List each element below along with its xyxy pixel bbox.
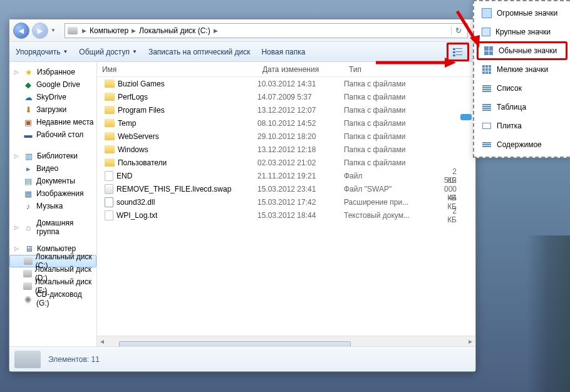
libraries-group[interactable]: ▷▥Библиотеки xyxy=(9,150,96,162)
sidebar-item-recent[interactable]: ▣Недавние места xyxy=(9,116,96,128)
sidebar-item-gdrive[interactable]: ◆Google Drive xyxy=(9,78,96,91)
table-icon xyxy=(482,102,492,112)
sidebar-item-documents[interactable]: ▤Документы xyxy=(9,175,96,187)
file-type-label: Папка с файлами xyxy=(344,132,444,141)
view-small-icons[interactable]: Мелкие значки xyxy=(477,60,567,79)
file-row[interactable]: Пользователи02.03.2012 21:02Папка с файл… xyxy=(97,156,475,169)
content-pane: Имя Дата изменения Тип Buziol Games10.03… xyxy=(97,62,475,346)
scrollbar-thumb[interactable] xyxy=(119,341,351,346)
view-huge-icons[interactable]: Огромные значки xyxy=(477,4,567,23)
file-row[interactable]: WebServers29.10.2012 18:20Папка с файлам… xyxy=(97,130,475,143)
drive-icon xyxy=(24,257,33,265)
file-row[interactable]: Windows13.12.2012 12:18Папка с файлами xyxy=(97,143,475,156)
share-button[interactable]: Общий доступ ▼ xyxy=(79,48,137,56)
navigation-pane[interactable]: ▷★Избранное ◆Google Drive ☁SkyDrive ⬇Заг… xyxy=(9,62,97,346)
svg-marker-7 xyxy=(445,58,456,68)
drive-icon xyxy=(14,351,41,368)
file-row[interactable]: sound32.dll15.03.2012 17:42Расширение пр… xyxy=(97,195,475,209)
svg-line-8 xyxy=(457,11,475,39)
file-name-label: Temp xyxy=(118,119,136,128)
medium-icons-icon xyxy=(484,46,494,56)
view-options-menu: Огромные значки Крупные значки Обычные з… xyxy=(473,0,570,158)
navigation-bar: ◄ ► ▼ ▶ Компьютер ▶ Локальный диск (C:) … xyxy=(9,19,475,42)
file-name-label: Пользователи xyxy=(118,158,167,167)
file-date-label: 08.10.2012 14:52 xyxy=(257,119,344,128)
file-type-label: Текстовый докум... xyxy=(344,211,444,220)
small-icons-icon xyxy=(482,64,492,75)
breadcrumb-computer[interactable]: Компьютер xyxy=(88,26,130,35)
sidebar-item-video[interactable]: ▸Видео xyxy=(9,162,96,175)
file-type-label: Файл "SWAP" xyxy=(344,185,444,193)
file-type-label: Файл xyxy=(344,172,444,180)
view-list[interactable]: Список xyxy=(477,79,567,98)
file-type-label: Папка с файлами xyxy=(344,80,444,88)
file-row[interactable]: Buziol Games10.03.2012 14:31Папка с файл… xyxy=(97,77,475,90)
file-type-label: Папка с файлами xyxy=(344,119,444,128)
sidebar-item-downloads[interactable]: ⬇Загрузки xyxy=(9,103,96,116)
file-row[interactable]: END21.11.2012 19:21Файл2 КБ xyxy=(97,169,475,182)
homegroup-item[interactable]: ▷⌂Домашняя группа xyxy=(9,221,96,234)
history-dropdown[interactable]: ▼ xyxy=(51,28,58,33)
folder-icon xyxy=(105,119,115,127)
organize-button[interactable]: Упорядочить ▼ xyxy=(16,48,68,56)
file-type-label: Папка с файлами xyxy=(344,145,444,154)
new-folder-button[interactable]: Новая папка xyxy=(261,48,305,56)
file-row[interactable]: PerfLogs14.07.2009 5:37Папка с файлами xyxy=(97,90,475,103)
annotation-arrow-1 xyxy=(370,53,457,72)
view-menu-slider[interactable] xyxy=(460,114,472,120)
cd-icon: ◉ xyxy=(23,294,33,304)
chevron-right-icon[interactable]: ▶ xyxy=(80,28,88,34)
folder-icon xyxy=(105,80,115,88)
file-date-label: 13.12.2012 12:18 xyxy=(257,145,344,154)
file-date-label: 15.03.2012 17:42 xyxy=(257,198,344,207)
favorites-group[interactable]: ▷★Избранное xyxy=(9,66,96,78)
file-size-label: 2 КБ xyxy=(444,207,475,224)
back-button[interactable]: ◄ xyxy=(13,23,29,39)
file-date-label: 02.03.2012 21:02 xyxy=(257,158,344,167)
drive-icon xyxy=(68,26,78,36)
file-date-label: 21.11.2012 19:21 xyxy=(257,172,344,180)
pictures-icon: ▦ xyxy=(23,188,33,199)
star-icon: ★ xyxy=(24,67,34,77)
computer-icon: 🖥 xyxy=(24,244,34,254)
sidebar-item-music[interactable]: ♪Музыка xyxy=(9,200,96,212)
folder-icon xyxy=(105,106,115,114)
file-row[interactable]: REMOVE_THIS_FILE.livecd.swap15.03.2012 2… xyxy=(97,182,475,195)
desktop-trees-decoration xyxy=(526,235,570,392)
file-list[interactable]: Buziol Games10.03.2012 14:31Папка с файл… xyxy=(97,77,475,336)
folder-icon xyxy=(105,158,115,167)
view-table[interactable]: Таблица xyxy=(477,98,567,116)
sidebar-item-desktop[interactable]: ▬Рабочий стол xyxy=(9,128,96,141)
libraries-icon: ▥ xyxy=(24,151,34,161)
downloads-icon: ⬇ xyxy=(23,105,33,115)
drive-icon xyxy=(23,270,32,277)
file-name-label: sound32.dll xyxy=(117,198,155,207)
chevron-right-icon[interactable]: ▶ xyxy=(212,28,220,34)
burn-button[interactable]: Записать на оптический диск xyxy=(148,48,251,56)
column-name-header[interactable]: Имя xyxy=(97,65,257,74)
column-date-header[interactable]: Дата изменения xyxy=(257,65,344,74)
view-content[interactable]: Содержимое xyxy=(477,135,567,154)
horizontal-scrollbar[interactable]: ◂ ▸ xyxy=(97,336,475,346)
view-medium-icons[interactable]: Обычные значки xyxy=(477,41,567,60)
status-item-count: Элементов: 11 xyxy=(48,355,100,364)
file-name-label: REMOVE_THIS_FILE.livecd.swap xyxy=(117,185,231,193)
status-bar: Элементов: 11 xyxy=(9,346,475,371)
view-tile[interactable]: Плитка xyxy=(477,116,567,135)
view-large-icons[interactable]: Крупные значки xyxy=(477,23,567,41)
breadcrumb-disk[interactable]: Локальный диск (C:) xyxy=(138,26,212,35)
file-name-label: WPI_Log.txt xyxy=(117,211,157,220)
file-name-label: END xyxy=(117,172,132,180)
chevron-right-icon[interactable]: ▶ xyxy=(130,28,138,34)
file-row[interactable]: Program Files13.12.2012 12:07Папка с фай… xyxy=(97,103,475,116)
sidebar-item-drive-g[interactable]: ◉CD-дисковод (G:) xyxy=(9,292,96,305)
file-row[interactable]: WPI_Log.txt15.03.2012 18:44Текстовый док… xyxy=(97,209,475,222)
file-date-label: 13.12.2012 12:07 xyxy=(257,106,344,115)
huge-icons-icon xyxy=(482,8,492,18)
address-bar[interactable]: ▶ Компьютер ▶ Локальный диск (C:) ▶ ↻ xyxy=(65,23,468,38)
forward-button[interactable]: ► xyxy=(32,23,48,39)
file-type-label: Папка с файлами xyxy=(344,106,444,115)
sidebar-item-pictures[interactable]: ▦Изображения xyxy=(9,187,96,200)
file-row[interactable]: Temp08.10.2012 14:52Папка с файлами xyxy=(97,116,475,130)
sidebar-item-skydrive[interactable]: ☁SkyDrive xyxy=(9,91,96,103)
